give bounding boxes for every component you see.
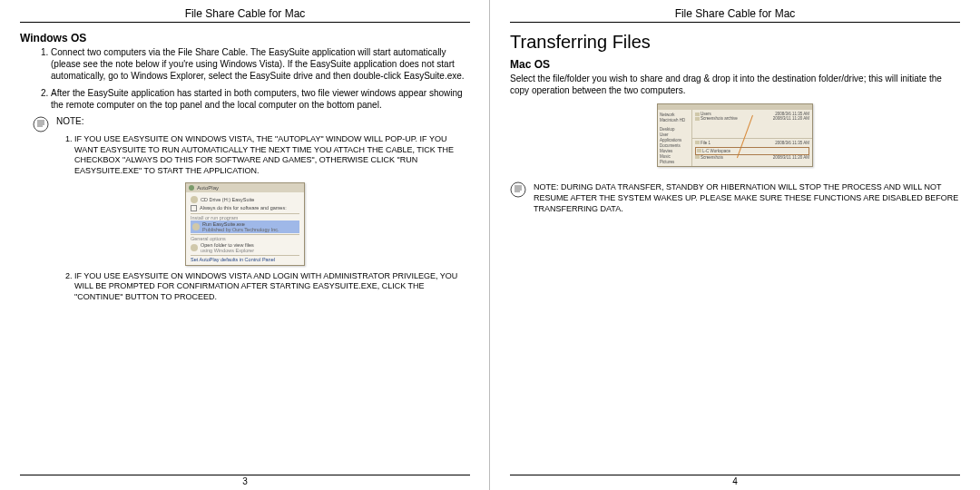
file-item-highlight: L-C Workspace bbox=[702, 149, 730, 153]
using-label: using Windows Explorer bbox=[201, 248, 254, 253]
header-right: File Share Cable for Mac bbox=[510, 7, 960, 23]
finder-bottom-pane: File 12008/3/6 11:35 AM L-C Workspace Sc… bbox=[692, 139, 812, 167]
cd-icon bbox=[191, 196, 198, 203]
page-number-right: 4 bbox=[510, 475, 960, 486]
exe-icon bbox=[192, 223, 200, 230]
sidebar-item: Pictures bbox=[660, 159, 690, 164]
date-label: 2008/3/6 11:35 AM bbox=[775, 141, 809, 145]
folder-icon bbox=[191, 244, 198, 251]
autoplay-title-text: AutoPlay bbox=[197, 185, 219, 191]
note-icon bbox=[510, 181, 528, 198]
publisher-label: Published by Ours Technology Inc. bbox=[202, 227, 279, 232]
header-left: File Share Cable for Mac bbox=[20, 7, 470, 23]
note-label: NOTE: bbox=[56, 116, 84, 126]
note-text-mac: NOTE: DURING DATA TRANSFER, STANDBY OR H… bbox=[534, 181, 960, 214]
step-item: Connect two computers via the File Share… bbox=[51, 46, 470, 82]
autoplay-icon bbox=[189, 185, 194, 191]
checkbox-row: Always do this for software and games: bbox=[191, 204, 299, 212]
autoplay-window: AutoPlay CD Drive (H:) EasySuite Always … bbox=[185, 182, 305, 266]
note-list-2: IF YOU USE EASYSUITE ON WINDOWS VISTA AN… bbox=[60, 271, 470, 303]
drive-row: CD Drive (H:) EasySuite bbox=[191, 195, 299, 204]
run-option: Run EasySuite.exePublished by Ours Techn… bbox=[191, 220, 299, 233]
checkbox-label: Always do this for software and games: bbox=[200, 205, 287, 211]
note-block: NOTE: bbox=[33, 116, 470, 132]
page-right: File Share Cable for Mac Transferring Fi… bbox=[490, 0, 980, 490]
finder-sidebar: Network Macintosh HD Desktop User Applic… bbox=[658, 110, 692, 166]
file-item: File 1 bbox=[701, 141, 710, 145]
heading-windows-os: Windows OS bbox=[20, 32, 470, 44]
finder-top-pane: Users2008/3/6 11:35 AM Screenshots archi… bbox=[692, 110, 812, 139]
page-number-left: 3 bbox=[20, 475, 470, 486]
mac-finder-window: Network Macintosh HD Desktop User Applic… bbox=[657, 103, 813, 167]
step-item: After the EasySuite application has star… bbox=[51, 87, 470, 111]
note-item: IF YOU USE EASYSUITE ON WINDOWS VISTA AN… bbox=[74, 271, 470, 303]
transferring-title: Transferring Files bbox=[510, 32, 960, 53]
autoplay-link: Set AutoPlay defaults in Control Panel bbox=[191, 257, 299, 262]
heading-mac-os: Mac OS bbox=[510, 58, 960, 71]
sidebar-item: Macintosh HD bbox=[660, 117, 690, 122]
page-left: File Share Cable for Mac Windows OS Conn… bbox=[0, 0, 490, 490]
file-item: Screenshots bbox=[701, 155, 723, 160]
open-option: Open folder to view filesusing Windows E… bbox=[191, 241, 299, 254]
windows-steps-list: Connect two computers via the File Share… bbox=[20, 46, 470, 111]
checkbox-icon bbox=[191, 205, 197, 211]
drive-label: CD Drive (H:) EasySuite bbox=[201, 197, 254, 202]
date-label: 2008/3/11 11:20 AM bbox=[773, 116, 809, 121]
note-item: IF YOU USE EASYSUITE ON WINDOWS VISTA, T… bbox=[74, 134, 470, 177]
mac-paragraph: Select the file/folder you wish to share… bbox=[510, 73, 960, 96]
autoplay-titlebar: AutoPlay bbox=[186, 183, 304, 192]
note-block-mac: NOTE: DURING DATA TRANSFER, STANDBY OR H… bbox=[510, 181, 960, 214]
note-list: IF YOU USE EASYSUITE ON WINDOWS VISTA, T… bbox=[60, 134, 470, 177]
date-label: 2008/3/11 11:20 AM bbox=[773, 155, 809, 160]
file-item: Screenshots archive bbox=[701, 116, 738, 121]
note-icon bbox=[33, 116, 51, 132]
